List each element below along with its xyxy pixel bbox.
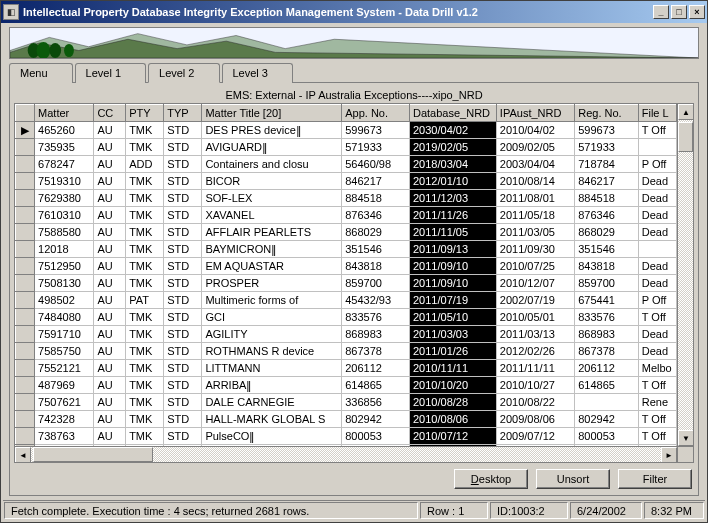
cell-reg[interactable]: 859700: [575, 275, 639, 292]
row-selector[interactable]: [16, 156, 35, 173]
row-selector[interactable]: [16, 258, 35, 275]
cell-ip[interactable]: 2010/07/25: [496, 258, 574, 275]
cell-file[interactable]: Melbo: [638, 360, 676, 377]
cell-app[interactable]: 884518: [342, 190, 410, 207]
row-selector[interactable]: [16, 139, 35, 156]
cell-ip[interactable]: 2011/09/30: [496, 241, 574, 258]
cell-title[interactable]: BAYMICRON‖: [202, 241, 342, 258]
cell-reg[interactable]: 614865: [575, 377, 639, 394]
cell-ip[interactable]: 2010/10/27: [496, 377, 574, 394]
cell-title[interactable]: BICOR: [202, 173, 342, 190]
cell-app[interactable]: 859700: [342, 275, 410, 292]
scroll-thumb[interactable]: [678, 122, 693, 152]
cell-ip[interactable]: 2010/04/02: [496, 122, 574, 139]
cell-db[interactable]: 2011/09/10: [409, 258, 496, 275]
cell-ip[interactable]: 2003/04/04: [496, 156, 574, 173]
cell-pty[interactable]: TMK: [126, 190, 164, 207]
cell-app[interactable]: 45432/93: [342, 292, 410, 309]
cell-app[interactable]: 833576: [342, 309, 410, 326]
row-selector[interactable]: [16, 326, 35, 343]
cell-db[interactable]: 2010/11/11: [409, 360, 496, 377]
cell-cc[interactable]: AU: [94, 377, 126, 394]
cell-cc[interactable]: AU: [94, 360, 126, 377]
cell-pty[interactable]: TMK: [126, 377, 164, 394]
cell-title[interactable]: HALL-MARK GLOBAL S: [202, 411, 342, 428]
cell-ip[interactable]: 2012/02/26: [496, 343, 574, 360]
cell-db[interactable]: 2010/07/12: [409, 428, 496, 445]
cell-pty[interactable]: TMK: [126, 275, 164, 292]
table-row[interactable]: 7629380AUTMKSTDSOF-LEX8845182011/12/0320…: [16, 190, 677, 207]
cell-app[interactable]: 56460/98: [342, 156, 410, 173]
cell-app[interactable]: 802942: [342, 411, 410, 428]
cell-cc[interactable]: AU: [94, 224, 126, 241]
cell-matter[interactable]: 7484080: [35, 309, 94, 326]
cell-typ[interactable]: STD: [164, 156, 202, 173]
table-row[interactable]: 738763AUTMKSTDPulseCO‖8000532010/07/1220…: [16, 428, 677, 445]
cell-pty[interactable]: TMK: [126, 428, 164, 445]
cell-matter[interactable]: 738763: [35, 428, 94, 445]
cell-typ[interactable]: STD: [164, 428, 202, 445]
column-header[interactable]: IPAust_NRD: [496, 105, 574, 122]
cell-title[interactable]: ROTHMANS R device: [202, 343, 342, 360]
cell-ip[interactable]: 2011/03/05: [496, 224, 574, 241]
cell-app[interactable]: 843818: [342, 258, 410, 275]
cell-reg[interactable]: 351546: [575, 241, 639, 258]
table-row[interactable]: 498502AUPATSTDMultimeric forms of45432/9…: [16, 292, 677, 309]
scroll-thumb[interactable]: [33, 447, 153, 462]
cell-db[interactable]: 2011/01/26: [409, 343, 496, 360]
cell-db[interactable]: 2011/11/05: [409, 224, 496, 241]
close-button[interactable]: ×: [689, 5, 705, 19]
cell-ip[interactable]: 2010/08/14: [496, 173, 574, 190]
vertical-scrollbar[interactable]: ▲ ▼: [677, 104, 693, 446]
cell-reg[interactable]: 800053: [575, 428, 639, 445]
row-selector[interactable]: [16, 377, 35, 394]
table-row[interactable]: 7519310AUTMKSTDBICOR8462172012/01/102010…: [16, 173, 677, 190]
scroll-track[interactable]: [678, 120, 693, 430]
cell-reg[interactable]: [575, 394, 639, 411]
tab-menu[interactable]: Menu: [9, 63, 73, 83]
table-row[interactable]: ▶465260AUTMKSTDDES PRES device‖599673203…: [16, 122, 677, 139]
cell-cc[interactable]: AU: [94, 207, 126, 224]
table-row[interactable]: 12018AUTMKSTDBAYMICRON‖3515462011/09/132…: [16, 241, 677, 258]
cell-reg[interactable]: 675441: [575, 292, 639, 309]
cell-app[interactable]: 868029: [342, 224, 410, 241]
scroll-right-button[interactable]: ►: [661, 447, 677, 463]
cell-file[interactable]: Dead: [638, 326, 676, 343]
cell-cc[interactable]: AU: [94, 122, 126, 139]
cell-db[interactable]: 2011/03/03: [409, 326, 496, 343]
table-row[interactable]: 7484080AUTMKSTDGCI8335762011/05/102010/0…: [16, 309, 677, 326]
cell-typ[interactable]: STD: [164, 241, 202, 258]
cell-db[interactable]: 2010/10/20: [409, 377, 496, 394]
cell-matter[interactable]: 7591710: [35, 326, 94, 343]
cell-app[interactable]: 206112: [342, 360, 410, 377]
cell-pty[interactable]: TMK: [126, 394, 164, 411]
cell-db[interactable]: 2011/11/26: [409, 207, 496, 224]
table-row[interactable]: 735935AUTMKSTDAVIGUARD‖5719332019/02/052…: [16, 139, 677, 156]
table-row[interactable]: 7585750AUTMKSTDROTHMANS R device86737820…: [16, 343, 677, 360]
cell-app[interactable]: 351546: [342, 241, 410, 258]
row-selector[interactable]: [16, 241, 35, 258]
cell-pty[interactable]: PAT: [126, 292, 164, 309]
cell-reg[interactable]: 206112: [575, 360, 639, 377]
cell-app[interactable]: 876346: [342, 207, 410, 224]
cell-reg[interactable]: 846217: [575, 173, 639, 190]
cell-reg[interactable]: 718784: [575, 156, 639, 173]
tab-level-1[interactable]: Level 1: [75, 63, 146, 83]
cell-typ[interactable]: STD: [164, 394, 202, 411]
cell-title[interactable]: DES PRES device‖: [202, 122, 342, 139]
cell-app[interactable]: 614865: [342, 377, 410, 394]
cell-ip[interactable]: 2011/08/01: [496, 190, 574, 207]
cell-title[interactable]: SOF-LEX: [202, 190, 342, 207]
cell-title[interactable]: LITTMANN: [202, 360, 342, 377]
cell-cc[interactable]: AU: [94, 156, 126, 173]
cell-app[interactable]: 846217: [342, 173, 410, 190]
cell-reg[interactable]: 868029: [575, 224, 639, 241]
row-selector[interactable]: [16, 292, 35, 309]
cell-title[interactable]: GCI: [202, 309, 342, 326]
unsort-button[interactable]: Unsort: [536, 469, 610, 489]
horizontal-scrollbar[interactable]: ◄ ►: [15, 446, 677, 462]
cell-typ[interactable]: STD: [164, 190, 202, 207]
table-row[interactable]: 487969AUTMKSTDARRIBA‖6148652010/10/20201…: [16, 377, 677, 394]
column-header[interactable]: File L: [638, 105, 676, 122]
cell-reg[interactable]: 876346: [575, 207, 639, 224]
